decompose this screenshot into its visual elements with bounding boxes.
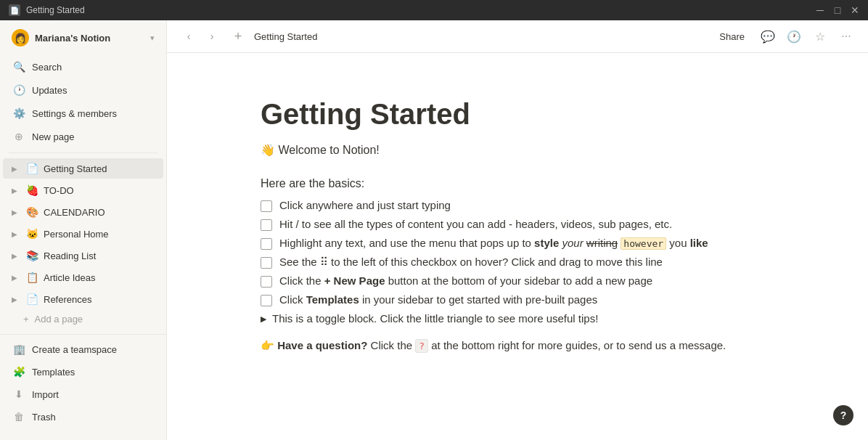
- chevron-right-icon-references: ▶: [12, 296, 23, 303]
- more-button[interactable]: ···: [836, 26, 856, 46]
- settings-icon: ⚙️: [12, 106, 26, 121]
- back-button[interactable]: ‹: [179, 26, 199, 46]
- bold-style: style: [534, 237, 559, 249]
- checklist-item-6: Click Templates in your sidebar to get s…: [261, 293, 774, 306]
- sidebar-page-reading-list[interactable]: ▶ 📚 Reading List: [3, 245, 163, 266]
- sidebar-page-personal-home[interactable]: ▶ 🐱 Personal Home: [3, 224, 163, 244]
- page-title: Getting Started: [261, 97, 774, 131]
- maximize-button[interactable]: □: [833, 6, 842, 15]
- checklist-item-5: Click the + New Page button at the botto…: [261, 274, 774, 288]
- workspace-name: Mariana's Notion: [35, 33, 150, 44]
- sidebar-item-search[interactable]: 🔍 Search: [3, 56, 163, 78]
- chevron-down-icon: ▾: [150, 33, 155, 43]
- create-teamspace-label: Create a teamspace: [32, 344, 155, 355]
- checkbox-5[interactable]: [261, 276, 272, 288]
- page-label-references: References: [44, 294, 157, 305]
- welcome-line: 👋 Welcome to Notion!: [261, 143, 774, 157]
- page-icon-personal-home: 🐱: [25, 227, 39, 241]
- checklist-text-6: Click Templates in your sidebar to get s…: [279, 293, 597, 306]
- import-icon: ⬇: [12, 387, 26, 402]
- sidebar: 👩 Mariana's Notion ▾ 🔍 Search 🕐 Updates …: [0, 20, 167, 440]
- page-icon-references: 📄: [25, 292, 39, 306]
- close-button[interactable]: ✕: [851, 6, 859, 15]
- window-controls: ─ □ ✕: [816, 6, 859, 15]
- checkbox-4[interactable]: [261, 257, 272, 269]
- trash-label: Trash: [32, 412, 155, 423]
- new-page-topbar-button[interactable]: +: [228, 26, 248, 46]
- checklist-text-3: Highlight any text, and use the menu tha…: [279, 237, 708, 249]
- sidebar-page-references[interactable]: ▶ 📄 References: [3, 289, 163, 309]
- breadcrumb: Getting Started: [254, 31, 317, 42]
- new-page-icon: ⊕: [12, 129, 26, 144]
- toggle-item: ▶ This is a toggle block. Click the litt…: [261, 312, 774, 325]
- workspace-header[interactable]: 👩 Mariana's Notion ▾: [3, 23, 163, 52]
- code-style: however: [621, 237, 666, 250]
- chevron-right-icon-article: ▶: [12, 274, 23, 282]
- sidebar-bottom: 🏢 Create a teamspace 🧩 Templates ⬇ Impor…: [0, 334, 166, 428]
- basics-intro: Here are the basics:: [261, 177, 774, 190]
- italic-style: your: [562, 237, 583, 249]
- templates-bold: Templates: [306, 293, 359, 306]
- add-icon: +: [23, 314, 29, 325]
- question-line: 👉 Have a question? Click the ? at the bo…: [261, 339, 774, 352]
- trash-icon: 🗑: [12, 410, 26, 424]
- page-label-reading-list: Reading List: [44, 250, 157, 261]
- sidebar-page-calendario[interactable]: ▶ 🎨 CALENDARIO: [3, 202, 163, 222]
- chevron-right-icon-reading: ▶: [12, 252, 23, 260]
- topbar: ‹ › + Getting Started Share 💬 🕐 ☆ ···: [167, 20, 868, 53]
- add-page-label: Add a page: [35, 314, 83, 325]
- checklist-text-1: Click anywhere and just start typing: [279, 199, 451, 211]
- sidebar-item-import[interactable]: ⬇ Import: [3, 383, 163, 405]
- templates-icon: 🧩: [12, 364, 26, 379]
- favorite-button[interactable]: ☆: [810, 26, 830, 46]
- sidebar-page-article-ideas[interactable]: ▶ 📋 Article Ideas: [3, 267, 163, 288]
- toggle-arrow-icon[interactable]: ▶: [261, 314, 266, 324]
- add-page-button[interactable]: + Add a page: [3, 311, 163, 327]
- page-icon-article-ideas: 📋: [25, 270, 39, 285]
- workspace-avatar: 👩: [12, 29, 29, 46]
- updates-label: Updates: [32, 85, 155, 96]
- sidebar-item-new-page[interactable]: ⊕ New page: [3, 126, 163, 147]
- app-icon: 📄: [9, 4, 20, 16]
- sidebar-item-updates[interactable]: 🕐 Updates: [3, 79, 163, 101]
- breadcrumb-text: Getting Started: [254, 31, 317, 42]
- teamspace-icon: 🏢: [12, 342, 26, 357]
- sidebar-item-create-teamspace[interactable]: 🏢 Create a teamspace: [3, 338, 163, 360]
- page-icon-getting-started: 📄: [25, 161, 39, 176]
- page-label-todo: TO-DO: [44, 185, 157, 196]
- chevron-right-icon-todo: ▶: [12, 187, 23, 195]
- templates-label: Templates: [32, 367, 155, 378]
- title-bar: 📄 Getting Started ─ □ ✕: [0, 0, 868, 20]
- page-label-getting-started: Getting Started: [44, 163, 157, 174]
- chevron-right-icon-calendario: ▶: [12, 208, 23, 216]
- chevron-right-icon: ▶: [12, 165, 23, 173]
- sidebar-item-templates[interactable]: 🧩 Templates: [3, 361, 163, 383]
- strikethrough-style: writing: [586, 237, 618, 249]
- sidebar-page-todo[interactable]: ▶ 🍓 TO-DO: [3, 180, 163, 200]
- checklist-text-4: See the ⠿ to the left of this checkbox o…: [279, 256, 663, 269]
- checkbox-1[interactable]: [261, 200, 272, 212]
- sidebar-page-getting-started[interactable]: ▶ 📄 Getting Started: [3, 158, 163, 179]
- checklist-item-4: See the ⠿ to the left of this checkbox o…: [261, 256, 774, 269]
- checkbox-6[interactable]: [261, 295, 272, 306]
- page-content: Getting Started 👋 Welcome to Notion! Her…: [191, 53, 844, 440]
- comment-button[interactable]: 💬: [758, 26, 778, 46]
- topbar-actions: Share 💬 🕐 ☆ ···: [712, 26, 856, 46]
- history-button[interactable]: 🕐: [784, 26, 804, 46]
- sidebar-item-trash[interactable]: 🗑 Trash: [3, 406, 163, 428]
- settings-label: Settings & members: [32, 108, 155, 119]
- checkbox-3[interactable]: [261, 238, 272, 250]
- help-button[interactable]: ?: [833, 405, 853, 425]
- checklist-item-2: Hit / to see all the types of content yo…: [261, 218, 774, 231]
- new-page-label: New page: [32, 131, 155, 142]
- share-button[interactable]: Share: [712, 28, 752, 45]
- minimize-button[interactable]: ─: [816, 6, 824, 15]
- question-text: Click the: [371, 339, 416, 351]
- sidebar-divider: [9, 152, 157, 153]
- new-page-bold: + New Page: [324, 274, 385, 287]
- bold-like: like: [690, 237, 708, 249]
- checkbox-2[interactable]: [261, 219, 272, 231]
- page-icon-todo: 🍓: [25, 183, 39, 197]
- forward-button[interactable]: ›: [202, 26, 222, 46]
- sidebar-item-settings[interactable]: ⚙️ Settings & members: [3, 102, 163, 124]
